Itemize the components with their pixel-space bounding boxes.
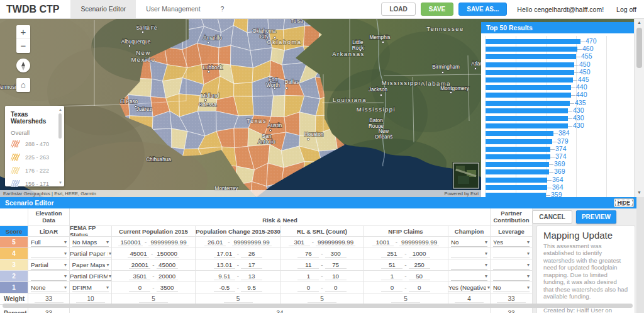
nfip-claims-min-input[interactable]: 1001 <box>372 238 394 246</box>
lidar-select[interactable]: Full▾ <box>28 237 70 248</box>
legend-title: Texas Watersheds <box>11 111 64 125</box>
legend-scrollbar[interactable]: ▲ ▼ <box>58 108 63 185</box>
lidar-select[interactable]: Partial▾ <box>28 259 70 270</box>
vertical-scrollbar-thumb[interactable] <box>636 28 642 68</box>
hide-button[interactable]: HIDE <box>614 198 634 207</box>
vertical-scrollbar[interactable]: ▲ ▼ <box>634 19 644 197</box>
champion-select[interactable]: ▾ <box>448 271 491 282</box>
population-change-max-input[interactable]: 17 <box>241 261 262 269</box>
current-population-min-input[interactable]: 3501 <box>129 272 150 280</box>
population-change-max-input[interactable]: 13 <box>241 272 262 280</box>
weight-value[interactable]: 4 <box>448 293 491 304</box>
rl-srl-min-input[interactable]: 76 <box>297 249 319 258</box>
zoom-out-button[interactable]: − <box>16 39 30 53</box>
population-change-max-input[interactable]: 9.5 <box>241 283 262 292</box>
nfip-claims-min-input[interactable]: 251 <box>381 249 402 258</box>
champion-select[interactable]: ▾ <box>448 248 491 259</box>
population-change-max-input[interactable]: 99999999.99 <box>232 238 272 246</box>
results-header[interactable]: Top 50 Results <box>481 22 634 33</box>
current-population-max-input[interactable]: 99999999.99 <box>148 238 188 246</box>
results-title: Top 50 Results <box>486 24 533 31</box>
legend-item: 156 - 171 <box>11 180 64 187</box>
rl-srl-max-input[interactable]: 99999999.99 <box>316 238 355 246</box>
weight-value[interactable]: 5 <box>112 293 196 304</box>
population-change-min-input[interactable]: 26.01 <box>204 238 226 246</box>
nfip-claims-max-input[interactable]: 99999999.99 <box>399 238 439 246</box>
rl-srl-max-input[interactable]: 10 <box>325 272 347 280</box>
nfip-claims-min-input[interactable]: 1 <box>381 272 402 280</box>
log-off-link[interactable]: Log off <box>616 6 636 13</box>
population-change-min-input[interactable]: 9.51 <box>214 272 235 280</box>
fema-status-select[interactable]: Paper Maps▾ <box>70 259 112 270</box>
current-population-min-input[interactable]: 45001 <box>128 249 149 258</box>
legend-swatch-icon <box>11 180 20 187</box>
rl-srl-min-input[interactable]: 1 <box>297 272 319 280</box>
cancel-button[interactable]: CANCEL <box>532 210 572 224</box>
nfip-claims-max-input[interactable]: 0 <box>409 283 430 292</box>
leverage-select[interactable]: ▾ <box>491 271 533 282</box>
current-population-max-input[interactable]: 3500 <box>157 283 178 292</box>
current-population-min-input[interactable]: 20001 <box>129 261 150 269</box>
scroll-down-icon[interactable]: ▼ <box>635 190 644 195</box>
compass-button[interactable] <box>16 59 30 72</box>
rl-srl-max-input[interactable]: 300 <box>325 249 347 258</box>
home-button[interactable]: ⌂ <box>16 78 30 92</box>
scroll-up-icon[interactable]: ▲ <box>635 20 644 25</box>
weight-value[interactable]: 5 <box>281 293 364 304</box>
rl-srl-min-input[interactable]: 11 <box>297 261 319 269</box>
population-change-min-input[interactable]: 17.01 <box>214 249 235 258</box>
weight-value[interactable]: 33 <box>491 293 533 304</box>
population-change-min-input[interactable]: -0.5 <box>214 283 235 292</box>
horizontal-scrollbar[interactable] <box>3 304 633 308</box>
nfip-claims-max-input[interactable]: 250 <box>409 261 430 269</box>
caret-down-icon: ▾ <box>487 285 490 290</box>
fema-status-select[interactable]: Partial DFIRM▾ <box>70 271 112 282</box>
lidar-select[interactable]: ▾ <box>28 248 70 259</box>
zoom-in-button[interactable]: + <box>16 25 30 39</box>
rl-srl-min-input[interactable]: 0 <box>297 283 319 292</box>
current-population-max-input[interactable]: 20000 <box>157 272 178 280</box>
fema-status-select[interactable]: Partial Paper Ma▾ <box>70 248 112 259</box>
nfip-claims-max-input[interactable]: 50 <box>409 272 430 280</box>
leverage-select[interactable]: No▾ <box>491 282 533 293</box>
weight-value[interactable]: 5 <box>364 293 448 304</box>
nfip-claims-min-input[interactable]: 51 <box>381 261 402 269</box>
overview-inset[interactable] <box>452 162 480 190</box>
lidar-select[interactable]: None▾ <box>28 282 70 293</box>
fema-status-select[interactable]: No Maps▾ <box>70 237 112 248</box>
legend-scrollbar-thumb[interactable] <box>58 113 62 139</box>
weight-value[interactable]: 5 <box>196 293 281 304</box>
current-population-min-input[interactable]: 150001 <box>118 238 143 246</box>
lidar-value: Partial <box>31 261 63 268</box>
tab-scenario-editor[interactable]: Scenario Editor <box>70 0 136 18</box>
champion-select[interactable]: ▾ <box>448 259 491 270</box>
champion-select[interactable]: Yes (Negative P▾ <box>448 282 491 293</box>
tab-help[interactable]: ? <box>211 0 235 18</box>
population-change-max-input[interactable]: 26 <box>241 249 262 258</box>
nfip-claims-min-input[interactable]: 0 <box>381 283 402 292</box>
current-population-max-input[interactable]: 150000 <box>155 249 179 258</box>
rl-srl-max-input[interactable]: 75 <box>325 261 347 269</box>
leverage-select[interactable]: ▾ <box>491 259 533 270</box>
current-population-max-input[interactable]: 45000 <box>157 261 178 269</box>
current-population-min-input[interactable]: 0 <box>129 283 150 292</box>
scroll-up-icon[interactable]: ▲ <box>58 108 63 111</box>
weight-value[interactable]: 10 <box>70 293 112 304</box>
fema-status-select[interactable]: DFIRM▾ <box>70 282 112 293</box>
rl-srl-max-input[interactable]: 0 <box>325 283 347 292</box>
champion-select[interactable]: No▾ <box>448 237 491 248</box>
leverage-select[interactable]: Yes▾ <box>491 237 533 248</box>
tab-user-management[interactable]: User Management <box>136 0 210 18</box>
nfip-claims-max-input[interactable]: 1000 <box>409 249 430 258</box>
weight-value[interactable]: 33 <box>28 293 70 304</box>
champion-value: No <box>451 239 484 246</box>
rl-srl-min-input[interactable]: 301 <box>289 238 310 246</box>
leverage-select[interactable]: ▾ <box>491 248 533 259</box>
population-change-min-input[interactable]: 13.01 <box>214 261 235 269</box>
scroll-down-icon[interactable]: ▼ <box>58 181 63 185</box>
load-button[interactable]: LOAD <box>381 3 415 16</box>
preview-button[interactable]: PREVIEW <box>576 210 616 224</box>
save-button[interactable]: SAVE <box>421 3 454 16</box>
lidar-select[interactable]: ▾ <box>28 271 70 282</box>
save-as-button[interactable]: SAVE AS... <box>458 3 507 16</box>
